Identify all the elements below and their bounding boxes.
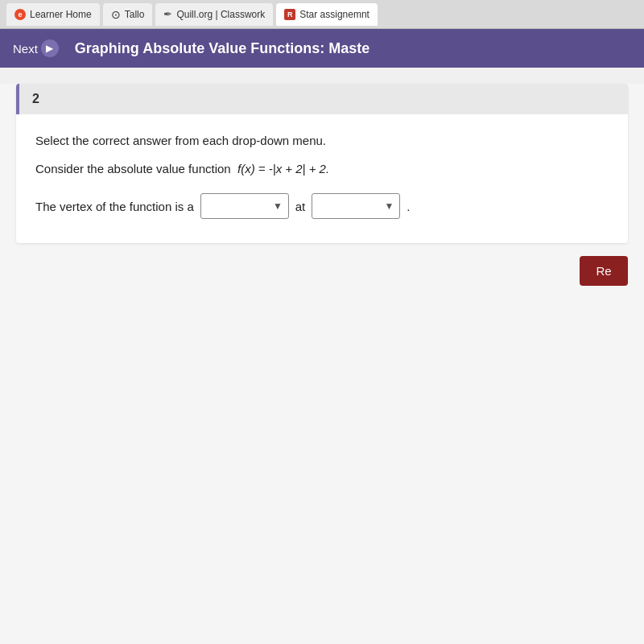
next-arrow-icon: ▶ xyxy=(41,39,59,57)
tab-tallo-label: Tallo xyxy=(125,9,145,20)
reset-button[interactable]: Re xyxy=(580,256,628,286)
nav-bar: Next ▶ Graphing Absolute Value Functions… xyxy=(0,29,644,68)
tab-star-label: Star assignemnt xyxy=(299,9,369,20)
vertex-end: . xyxy=(407,200,410,213)
question-body: Select the correct answer from each drop… xyxy=(16,114,628,243)
question-number: 2 xyxy=(32,92,39,105)
vertex-line: The vertex of the function is a maximum … xyxy=(35,193,609,219)
main-content: 2 Select the correct answer from each dr… xyxy=(0,84,644,644)
tab-learner-home-label: Learner Home xyxy=(30,9,92,20)
tab-learner-home[interactable]: e Learner Home xyxy=(6,3,100,26)
reset-button-container: Re xyxy=(0,243,644,286)
dropdown2-wrapper: (-2, 2) (-2, -2) (2, 2) (2, -2) ▼ xyxy=(312,193,400,219)
vertex-point-dropdown[interactable]: (-2, 2) (-2, -2) (2, 2) (2, -2) xyxy=(312,193,400,219)
question-container: 2 Select the correct answer from each dr… xyxy=(16,84,628,243)
next-label: Next xyxy=(13,42,38,56)
quill-icon: ✒ xyxy=(163,8,172,20)
tallo-icon: ⊙ xyxy=(111,8,121,21)
e-icon: e xyxy=(14,9,26,20)
tab-tallo[interactable]: ⊙ Tallo xyxy=(103,3,153,26)
vertex-type-dropdown[interactable]: maximum minimum xyxy=(200,193,289,219)
instruction-text: Select the correct answer from each drop… xyxy=(35,134,609,147)
tab-quill[interactable]: ✒ Quill.org | Classwork xyxy=(155,3,273,26)
dropdown1-wrapper: maximum minimum ▼ xyxy=(200,193,289,219)
tab-bar: e Learner Home ⊙ Tallo ✒ Quill.org | Cla… xyxy=(0,0,644,29)
question-header: 2 xyxy=(16,84,628,114)
function-expression: f(x) = -|x + 2| + 2. xyxy=(237,162,329,175)
vertex-at-label: at xyxy=(295,200,306,213)
page-title: Graphing Absolute Value Functions: Maste xyxy=(75,40,369,57)
function-intro: Consider the absolute value function xyxy=(35,162,231,175)
tab-quill-label: Quill.org | Classwork xyxy=(176,9,265,20)
r-icon: R xyxy=(284,9,295,20)
next-link[interactable]: Next ▶ xyxy=(13,39,59,57)
function-text: Consider the absolute value function f(x… xyxy=(35,162,609,175)
tab-star[interactable]: R Star assignemnt xyxy=(276,3,378,26)
vertex-prefix: The vertex of the function is a xyxy=(35,200,194,213)
